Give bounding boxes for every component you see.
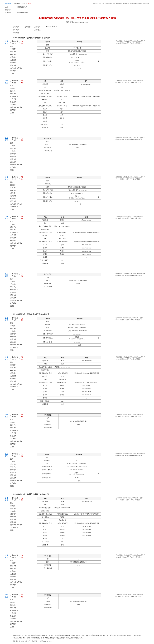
criteria-item[interactable]: 主管部门 xyxy=(10,280,23,283)
criteria-item[interactable]: 代理机构 > xyxy=(10,56,23,58)
accessibility-bar-inline[interactable]: 无障碍工具栏下载：适用于IE浏览器.exe|适用于Chrome浏览器.crx|适… xyxy=(116,594,149,597)
criteria-item[interactable]: 采购单位 xyxy=(10,328,23,330)
criteria-item[interactable]: 区域 xyxy=(10,502,23,504)
criteria-item[interactable]: 主管部门 xyxy=(10,364,23,366)
criteria-item[interactable]: 中标单位 xyxy=(10,150,23,152)
criteria-item[interactable]: 品目分类 xyxy=(10,380,23,382)
criteria-item[interactable]: 主管部门 xyxy=(10,223,23,226)
criteria-item[interactable]: 代理机构 > xyxy=(10,372,23,374)
criteria-item[interactable]: 公告类型 xyxy=(10,59,23,61)
home-link-inline[interactable]: 公路首页 xyxy=(5,137,9,141)
criteria-item[interactable]: 区域 xyxy=(10,220,23,223)
criteria-item[interactable]: 采购单位 xyxy=(10,463,23,466)
criteria-item[interactable]: 发布时间 > xyxy=(10,245,23,247)
criteria-item[interactable]: 公告类型 xyxy=(10,336,23,338)
criteria-item[interactable]: 发布时间 > xyxy=(10,166,23,168)
criteria-item[interactable]: 采购单位 xyxy=(10,283,23,286)
criteria-item[interactable]: 品目分类 xyxy=(10,521,23,523)
criteria-item[interactable]: 中标单位 xyxy=(10,568,23,570)
criteria-item[interactable]: 品目分类 xyxy=(10,200,23,202)
accessibility-bar-inline[interactable]: 无障碍工具栏下载：适用于IE浏览器.exe|适用于Chrome浏览器.crx|适… xyxy=(116,176,149,180)
criteria-item[interactable]: 品目分类 xyxy=(10,341,23,343)
criteria-item[interactable]: 品目分类 xyxy=(10,438,23,440)
criteria-item[interactable]: 区域 xyxy=(10,361,23,364)
criteria-item[interactable]: 中标单位 xyxy=(10,189,23,192)
criteria-item[interactable]: 其 他 xyxy=(10,349,23,351)
criteria-item[interactable]: 区域 xyxy=(10,278,23,280)
criteria-item[interactable]: 代理机构 > xyxy=(10,570,23,572)
criteria-item[interactable]: 行业分类 xyxy=(10,158,23,160)
criteria-item[interactable]: 公告类型 xyxy=(10,195,23,197)
criteria-item[interactable]: 行业分类 xyxy=(10,237,23,239)
home-link-inline[interactable]: 公路首页 xyxy=(5,554,9,558)
criteria-item[interactable]: 其 他 xyxy=(10,529,23,531)
criteria-item[interactable]: 合同金额（万元） xyxy=(10,440,23,442)
criteria-item[interactable]: 发布时间 > xyxy=(10,346,23,348)
criteria-item[interactable]: 中标单位 xyxy=(10,330,23,332)
criteria-item[interactable]: 代理机构 > xyxy=(10,333,23,335)
criteria-item[interactable]: 主管部门 xyxy=(10,48,23,50)
criteria-item[interactable]: 采购单位 xyxy=(10,565,23,567)
criteria-item[interactable]: 发布时间 > xyxy=(10,70,23,72)
criteria-item[interactable]: 合同金额（万元） xyxy=(10,581,23,583)
criteria-item[interactable]: 其 他 xyxy=(10,305,23,307)
criteria-item[interactable]: 中标单位 xyxy=(10,286,23,288)
criteria-item[interactable]: 发布时间 > xyxy=(10,584,23,586)
accessibility-bar-inline[interactable]: 无障碍工具栏下载：适用于IE浏览器.exe|适用于Chrome浏览器.crx|适… xyxy=(116,40,149,44)
criteria-item[interactable]: 采购单位 xyxy=(10,51,23,53)
criteria-item[interactable]: 主管部门 xyxy=(10,562,23,564)
home-link-inline[interactable]: 公路首页 xyxy=(5,215,9,220)
criteria-item[interactable]: 公告类型 xyxy=(10,156,23,158)
criteria-item[interactable]: 区域 xyxy=(10,84,23,87)
criteria-item[interactable]: 中标单位 xyxy=(10,427,23,429)
criteria-item[interactable]: 主管部门 xyxy=(10,145,23,147)
home-link-inline[interactable]: 公路首页 xyxy=(5,40,9,44)
criteria-item[interactable]: 主管部门 xyxy=(10,87,23,90)
criteria-item[interactable]: 品目分类 xyxy=(10,477,23,479)
criteria-item[interactable]: 行业分类 xyxy=(10,101,23,103)
criteria-item[interactable]: 区域 xyxy=(10,142,23,144)
criteria-item[interactable]: 公告类型 xyxy=(10,472,23,474)
criteria-item[interactable]: 代理机构 > xyxy=(10,153,23,155)
criteria-item[interactable]: 行业分类 xyxy=(10,474,23,476)
criteria-item[interactable]: 其 他 xyxy=(10,208,23,210)
criteria-item[interactable]: 区域 xyxy=(10,418,23,421)
criteria-item[interactable]: 合同金额（万元） xyxy=(10,524,23,526)
criteria-item[interactable]: 行业分类 xyxy=(10,576,23,578)
criteria-item[interactable]: 行业分类 xyxy=(10,62,23,64)
criteria-item[interactable]: 合同金额（万元） xyxy=(10,67,23,69)
criteria-item[interactable]: 品目分类 xyxy=(10,161,23,163)
criteria-item[interactable]: 发布时间 > xyxy=(10,386,23,388)
accessibility-bar-inline[interactable]: 无障碍工具栏下载：适用于IE浏览器.exe|适用于Chrome浏览器.crx|适… xyxy=(116,453,149,456)
criteria-item[interactable]: 主管部门 xyxy=(10,184,23,186)
criteria-item[interactable]: 主管部门 xyxy=(10,421,23,424)
criteria-item[interactable]: 公告类型 xyxy=(10,375,23,377)
home-link-inline[interactable]: 公路首页 xyxy=(5,497,9,501)
criteria-item[interactable]: 发布时间 > xyxy=(10,206,23,208)
criteria-item[interactable]: 行业分类 xyxy=(10,338,23,340)
criteria-item[interactable]: 代理机构 > xyxy=(10,610,23,612)
criteria-item[interactable]: 公告类型 xyxy=(10,98,23,100)
criteria-item[interactable]: 发布时间 > xyxy=(10,443,23,445)
criteria-item[interactable]: 其 他 xyxy=(10,446,23,448)
criteria-item[interactable]: 主管部门 xyxy=(10,505,23,507)
criteria-item[interactable]: 发布时间 > xyxy=(10,526,23,528)
accessibility-bar[interactable]: 无障碍工具栏下载：适用于IE浏览器.exe|适用于Chrome浏览器.crx|适… xyxy=(93,2,149,4)
criteria-item[interactable]: 代理机构 > xyxy=(10,513,23,515)
criteria-item[interactable]: 其 他 xyxy=(10,72,23,74)
criteria-item[interactable]: 主管部门 xyxy=(10,460,23,463)
criteria-item[interactable]: 行业分类 xyxy=(10,435,23,437)
accessibility-bar-inline[interactable]: 无障碍工具栏下载：适用于IE浏览器.exe|适用于Chrome浏览器.crx|适… xyxy=(116,137,149,141)
criteria-item[interactable]: 其 他 xyxy=(10,248,23,250)
home-link-inline[interactable]: 公路首页 xyxy=(5,594,9,598)
criteria-item[interactable]: 其 他 xyxy=(10,112,23,114)
criteria-item[interactable]: 品目分类 xyxy=(10,104,23,106)
criteria-item[interactable]: 代理机构 > xyxy=(10,96,23,98)
criteria-item[interactable]: 区域 xyxy=(10,560,23,562)
criteria-item[interactable]: 合同金额（万元） xyxy=(10,300,23,302)
criteria-item[interactable]: 合同金额（万元） xyxy=(10,383,23,385)
criteria-item[interactable]: 公告类型 xyxy=(10,573,23,575)
criteria-item[interactable]: 代理机构 > xyxy=(10,231,23,234)
home-link-inline[interactable]: 公路首页 xyxy=(5,80,9,84)
criteria-item[interactable]: 采购单位 xyxy=(10,424,23,426)
